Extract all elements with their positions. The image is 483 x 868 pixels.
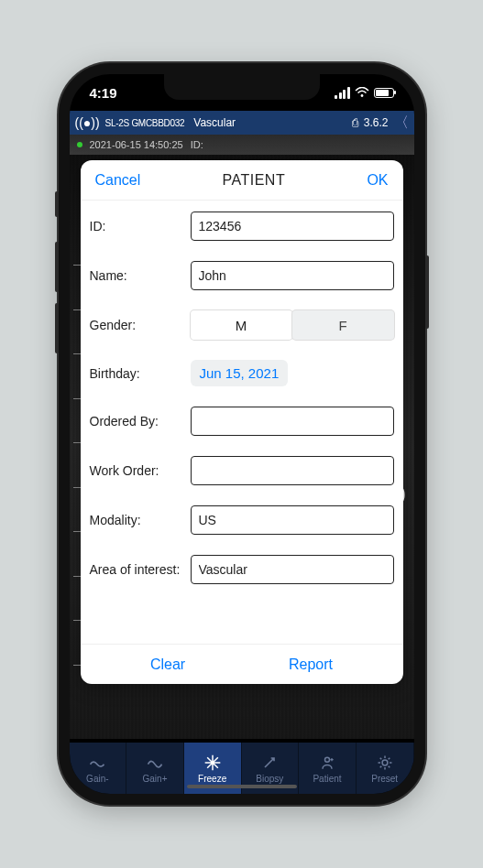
svg-point-1	[325, 757, 330, 762]
birthday-button[interactable]: Jun 15, 2021	[191, 360, 289, 386]
needle-icon	[260, 754, 279, 772]
scan-id-label: ID:	[191, 139, 203, 150]
device-id: SL-2S GMCBBD032	[105, 118, 185, 128]
modality-field[interactable]	[191, 505, 394, 535]
cell-signal-icon	[335, 87, 350, 99]
nav-preset[interactable]: Preset	[357, 743, 414, 794]
report-button[interactable]: Report	[289, 656, 333, 673]
gender-f-button[interactable]: F	[292, 310, 394, 340]
snowflake-icon	[203, 754, 222, 772]
birthday-label: Birthday:	[90, 366, 191, 381]
nav-label: Freeze	[198, 774, 226, 784]
ordered-by-label: Ordered By:	[90, 414, 191, 429]
app-version: 3.6.2	[364, 116, 389, 129]
probe-signal-icon: ((●))	[75, 115, 100, 130]
home-indicator[interactable]	[187, 785, 297, 788]
name-label: Name:	[90, 268, 191, 283]
app-header: ((●)) SL-2S GMCBBD032 Vascular ⎙ 3.6.2 〈	[70, 111, 414, 135]
gender-label: Gender:	[90, 318, 191, 332]
clear-button[interactable]: Clear	[150, 656, 185, 673]
nav-gain-up[interactable]: Gain+	[126, 743, 184, 794]
dialog-title: PATIENT	[223, 172, 286, 189]
wave-up-icon	[146, 754, 164, 772]
nav-label: Preset	[371, 774, 398, 784]
nav-label: Gain+	[143, 774, 168, 784]
svg-point-2	[382, 760, 388, 765]
patient-icon	[318, 754, 336, 772]
scan-info-bar: 2021-06-15 14:50:25 ID:	[70, 135, 414, 155]
battery-icon	[374, 88, 394, 98]
id-label: ID:	[90, 219, 191, 233]
ok-button[interactable]: OK	[367, 172, 388, 189]
nav-label: Biopsy	[256, 774, 283, 784]
ordered-by-field[interactable]	[191, 407, 394, 436]
patient-dialog: Cancel PATIENT OK ID: Name: Gender: M	[81, 160, 403, 684]
gear-icon	[376, 754, 394, 772]
aoi-label: Area of interest:	[90, 562, 191, 577]
scan-mode: Vascular	[193, 116, 236, 129]
chevron-right-icon[interactable]: 〈	[394, 114, 409, 133]
scan-timestamp: 2021-06-15 14:50:25	[90, 139, 183, 150]
nav-gain-down[interactable]: Gain-	[70, 743, 127, 794]
status-dot-icon	[77, 142, 82, 147]
aoi-field[interactable]	[191, 555, 394, 584]
gender-m-button[interactable]: M	[191, 310, 292, 340]
work-order-label: Work Order:	[90, 463, 191, 478]
svg-point-0	[360, 94, 363, 97]
nav-patient[interactable]: Patient	[299, 743, 357, 794]
probe-icon: ⎙	[352, 116, 358, 129]
wifi-icon	[355, 87, 369, 98]
modality-label: Modality:	[90, 513, 191, 527]
nav-label: Patient	[313, 774, 341, 784]
wave-down-icon	[88, 754, 106, 772]
name-field[interactable]	[191, 261, 394, 290]
cancel-button[interactable]: Cancel	[95, 172, 141, 189]
status-time: 4:19	[90, 85, 117, 101]
id-field[interactable]	[191, 212, 394, 241]
work-order-field[interactable]	[191, 456, 394, 485]
nav-label: Gain-	[86, 774, 108, 784]
